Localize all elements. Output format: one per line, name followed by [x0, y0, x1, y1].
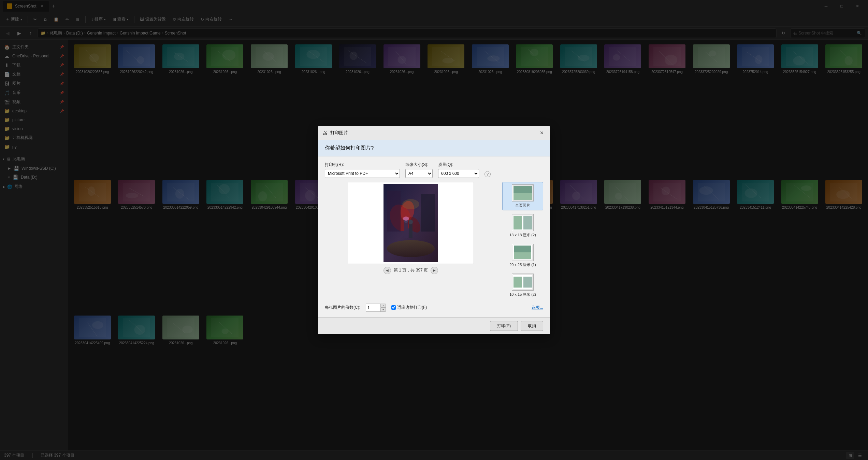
- quality-label: 质量(Q):: [438, 162, 479, 168]
- preview-image: [384, 184, 438, 262]
- dialog-body: 打印机(R): Microsoft Print to PDF 纸张大小(S): …: [318, 156, 550, 317]
- print-question-text: 你希望如何打印图片?: [325, 145, 374, 151]
- print-dialog-overlay: 🖨 打印图片 ✕ 你希望如何打印图片? 打印机(R): Microsoft Pr…: [0, 0, 868, 460]
- svg-rect-147: [513, 277, 522, 288]
- print-bottom-row: 每张图片的份数(C): ▲ ▼ 适应边框打印(F) 选项...: [325, 304, 543, 312]
- preview-nav: ◀ 第 1 页，共 397 页 ▶: [384, 267, 438, 274]
- svg-point-132: [402, 199, 419, 209]
- svg-point-129: [403, 217, 409, 221]
- option-thumb-10x15: [512, 274, 534, 291]
- paper-size-select[interactable]: A4: [405, 169, 433, 178]
- copies-label: 每张图片的份数(C):: [325, 305, 360, 310]
- quality-select[interactable]: 600 x 600: [438, 169, 479, 178]
- copies-increment-button[interactable]: ▲: [380, 304, 386, 308]
- svg-rect-130: [387, 191, 401, 232]
- printer-select[interactable]: Microsoft Print to PDF: [325, 169, 400, 178]
- dialog-titlebar: 🖨 打印图片 ✕: [318, 126, 550, 140]
- copies-decrement-button[interactable]: ▼: [380, 308, 386, 312]
- print-button[interactable]: 打印(P): [490, 321, 518, 331]
- svg-rect-144: [514, 246, 531, 252]
- svg-rect-139: [513, 216, 522, 229]
- dialog-footer: 打印(P) 取消: [318, 317, 550, 334]
- option-thumb-full-page: [512, 184, 534, 201]
- copies-spinner: ▲ ▼: [380, 304, 386, 312]
- print-option-10x15[interactable]: 10 x 15 厘米 (2): [502, 271, 543, 299]
- svg-point-121: [387, 240, 435, 257]
- svg-point-128: [409, 220, 413, 224]
- fit-checkbox-label: 适应边框打印(F): [391, 305, 427, 310]
- print-options-panel: 全页照片 13 x 18 厘米 (2): [502, 182, 543, 299]
- print-option-13x18[interactable]: 13 x 18 厘米 (2): [502, 212, 543, 240]
- dialog-title-icon: 🖨: [322, 130, 328, 136]
- svg-rect-140: [523, 216, 532, 229]
- option-thumb-13x18: [512, 214, 534, 231]
- print-settings-row: 打印机(R): Microsoft Print to PDF 纸张大小(S): …: [325, 162, 543, 178]
- print-option-20x25[interactable]: 20 x 25 厘米 (1): [502, 241, 543, 270]
- option-label-13x18: 13 x 18 厘米 (2): [509, 233, 536, 238]
- print-preview: ◀ 第 1 页，共 397 页 ▶: [325, 182, 497, 299]
- preview-image-container: [348, 182, 474, 264]
- option-label-full-page: 全页照片: [515, 203, 530, 208]
- cancel-button[interactable]: 取消: [521, 321, 543, 331]
- prev-page-button[interactable]: ◀: [384, 267, 391, 274]
- copies-spinner-group: ▲ ▼: [366, 304, 386, 312]
- dialog-close-button[interactable]: ✕: [538, 129, 546, 137]
- more-options-link[interactable]: 选项...: [532, 305, 543, 310]
- printer-label: 打印机(R):: [325, 162, 400, 168]
- printer-field: 打印机(R): Microsoft Print to PDF: [325, 162, 400, 178]
- paper-size-label: 纸张大小(S):: [405, 162, 433, 168]
- svg-rect-127: [409, 223, 413, 238]
- svg-rect-148: [523, 277, 532, 288]
- copies-input[interactable]: [366, 304, 381, 312]
- fit-label-text: 适应边框打印(F): [397, 305, 427, 310]
- next-page-button[interactable]: ▶: [431, 267, 438, 274]
- print-dialog: 🖨 打印图片 ✕ 你希望如何打印图片? 打印机(R): Microsoft Pr…: [318, 126, 550, 334]
- svg-rect-136: [513, 186, 532, 193]
- paper-size-field: 纸张大小(S): A4: [405, 162, 433, 178]
- svg-rect-131: [421, 194, 435, 232]
- option-label-20x25: 20 x 25 厘米 (1): [509, 262, 536, 267]
- print-option-full-page[interactable]: 全页照片: [502, 182, 543, 210]
- option-label-10x15: 10 x 15 厘米 (2): [509, 292, 536, 297]
- fit-checkbox-input[interactable]: [391, 305, 396, 310]
- help-icon[interactable]: ?: [484, 171, 491, 177]
- print-content-area: ◀ 第 1 页，共 397 页 ▶: [325, 182, 543, 299]
- page-info-text: 第 1 页，共 397 页: [394, 267, 428, 273]
- option-thumb-20x25: [512, 244, 534, 261]
- svg-rect-125: [404, 221, 408, 238]
- quality-field: 质量(Q): 600 x 600: [438, 162, 479, 178]
- dialog-header: 你希望如何打印图片?: [318, 140, 550, 156]
- dialog-title-text: 打印图片: [330, 130, 535, 136]
